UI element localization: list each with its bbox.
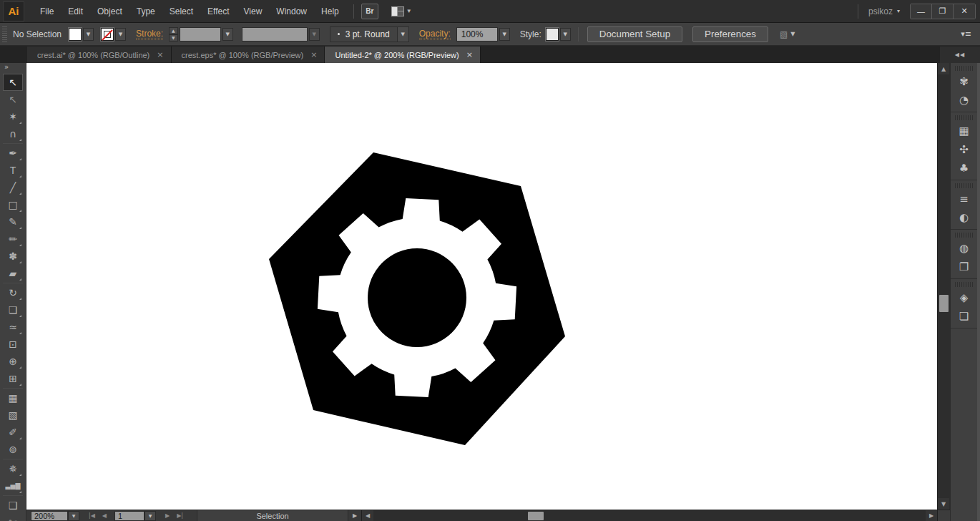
tool-rectangle[interactable]: □ <box>3 196 23 213</box>
menu-window[interactable]: Window <box>269 0 314 23</box>
tool-column-graph[interactable]: ▃▅▇ <box>3 477 23 495</box>
status-menu-icon[interactable]: ▶ <box>348 512 361 519</box>
layers-panel-icon[interactable]: ◈ <box>953 288 976 307</box>
vertical-scroll-thumb[interactable] <box>939 295 949 312</box>
chevron-down-icon[interactable]: ▼ <box>499 28 510 41</box>
select-similar-control[interactable]: ▧ ▼ <box>780 29 795 39</box>
restore-button[interactable]: ❐ <box>932 4 954 19</box>
workspace-switcher-button[interactable]: ▼ <box>391 6 412 16</box>
stepper-down-icon[interactable]: ▼ <box>169 34 178 42</box>
transparency-panel-icon[interactable]: ◍ <box>953 239 976 258</box>
fill-color-control[interactable]: ▼ <box>69 28 94 41</box>
color-panel-icon[interactable]: ✾ <box>953 72 976 91</box>
artboards-panel-icon[interactable]: ❐ <box>953 258 976 276</box>
previous-artboard-button[interactable]: ◀ <box>99 512 110 519</box>
artboard-dropdown-icon[interactable]: ▼ <box>144 511 156 521</box>
stroke-weight-stepper[interactable]: ▲ ▼ <box>169 27 178 42</box>
tool-width[interactable]: ≈ <box>3 318 23 336</box>
tab-untitled-2[interactable]: Untitled-2* @ 200% (RGB/Preview) × <box>325 47 480 63</box>
next-artboard-button[interactable]: ▶ <box>162 512 173 519</box>
close-icon[interactable]: × <box>310 50 317 59</box>
preferences-button[interactable]: Preferences <box>692 26 768 42</box>
swatches-panel-icon[interactable]: ▦ <box>953 122 976 140</box>
tool-scale[interactable]: ❏ <box>3 301 23 318</box>
tool-artboard[interactable]: ❑ <box>3 497 23 514</box>
opacity-combo[interactable]: 100% ▼ <box>454 27 510 42</box>
zoom-dropdown-icon[interactable]: ▼ <box>68 511 79 521</box>
close-icon[interactable]: × <box>466 50 473 59</box>
dock-grip[interactable] <box>955 282 974 287</box>
tool-free-transform[interactable]: ⊡ <box>3 336 23 353</box>
vertical-scrollbar[interactable]: ▲ ▼ <box>937 63 950 521</box>
menu-effect[interactable]: Effect <box>200 0 236 23</box>
scroll-down-icon[interactable]: ▼ <box>938 498 949 510</box>
tool-blend[interactable]: ⊚ <box>3 441 23 458</box>
user-account-menu[interactable]: psikoz ▾ <box>858 4 900 19</box>
horizontal-scrollbar[interactable]: ◀ ▶ <box>361 510 937 521</box>
stroke-panel-icon[interactable]: ≡ <box>953 190 976 208</box>
opacity-panel-link[interactable]: Opacity: <box>419 29 451 39</box>
tool-type[interactable]: T <box>3 162 23 179</box>
dock-grip[interactable] <box>955 183 974 188</box>
symbols-panel-icon[interactable]: ♣ <box>953 159 976 177</box>
opacity-value-field[interactable]: 100% <box>456 27 498 42</box>
tool-eraser[interactable]: ▰ <box>3 265 23 282</box>
menu-view[interactable]: View <box>237 0 270 23</box>
tool-lasso[interactable]: ∩ <box>3 125 23 142</box>
gradient-panel-icon[interactable]: ◐ <box>953 208 976 227</box>
tool-slice[interactable]: ✄ <box>3 514 23 521</box>
tool-perspective-grid[interactable]: ⊞ <box>3 370 23 387</box>
width-profile-combo[interactable]: ▼ <box>233 27 320 42</box>
menu-select[interactable]: Select <box>162 0 200 23</box>
dock-grip[interactable] <box>955 233 974 238</box>
chevron-down-icon[interactable]: ▼ <box>222 28 233 41</box>
menu-type[interactable]: Type <box>129 0 162 23</box>
horizontal-scroll-track[interactable] <box>373 510 926 521</box>
dock-grip[interactable] <box>955 115 974 120</box>
tool-pencil[interactable]: ✏ <box>3 230 23 248</box>
tool-eyedropper[interactable]: ✐ <box>3 424 23 441</box>
stepper-up-icon[interactable]: ▲ <box>169 27 178 34</box>
chevron-down-icon[interactable]: ▼ <box>397 27 408 42</box>
last-artboard-button[interactable]: ▶| <box>173 512 187 519</box>
zoom-level-field[interactable]: 200% <box>31 511 68 521</box>
tool-shape-builder[interactable]: ⊕ <box>3 353 23 370</box>
tool-pen[interactable]: ✒ <box>3 145 23 162</box>
chevron-down-icon[interactable]: ▼ <box>83 28 94 41</box>
chevron-down-icon[interactable]: ▼ <box>560 28 571 41</box>
stroke-color-control[interactable]: ▼ <box>101 28 126 41</box>
tool-symbol-sprayer[interactable]: ✵ <box>3 460 23 477</box>
artboard-canvas[interactable] <box>26 63 937 510</box>
scroll-left-icon[interactable]: ◀ <box>362 510 373 521</box>
artwork-hex-nut-gear[interactable] <box>26 63 937 510</box>
menu-object[interactable]: Object <box>90 0 129 23</box>
scroll-right-icon[interactable]: ▶ <box>926 510 937 521</box>
menu-file[interactable]: File <box>33 0 61 23</box>
tab-crest-ai[interactable]: crest.ai* @ 100% (RGB/Outline) × <box>27 47 172 63</box>
pathfinder-panel-icon[interactable]: ❏ <box>953 307 976 326</box>
style-control[interactable]: ▼ <box>546 28 571 41</box>
first-artboard-button[interactable]: |◀ <box>85 512 99 519</box>
chevron-down-icon[interactable]: ▼ <box>115 28 126 41</box>
control-panel-menu-icon[interactable]: ▾≡ <box>961 29 971 39</box>
close-button[interactable]: ✕ <box>954 4 975 19</box>
tool-blob-brush[interactable]: ✽ <box>3 248 23 265</box>
tool-line-segment[interactable]: ╱ <box>3 179 23 196</box>
scroll-up-icon[interactable]: ▲ <box>938 63 949 74</box>
minimize-button[interactable]: — <box>911 4 932 19</box>
vertical-scroll-track[interactable] <box>938 74 950 498</box>
close-icon[interactable]: × <box>157 50 163 59</box>
artboard-number-field[interactable]: 1 <box>114 511 144 521</box>
color-guide-panel-icon[interactable]: ◔ <box>953 91 976 109</box>
control-bar-grip[interactable] <box>2 26 7 42</box>
horizontal-scroll-thumb[interactable] <box>528 512 544 520</box>
chevron-down-icon[interactable]: ▼ <box>790 31 795 37</box>
tool-rotate[interactable]: ↻ <box>3 284 23 301</box>
stroke-panel-link[interactable]: Stroke: <box>136 29 163 39</box>
document-setup-button[interactable]: Document Setup <box>587 26 682 42</box>
tool-mesh[interactable]: ▦ <box>3 389 23 406</box>
tool-direct-selection[interactable]: ↖ <box>3 91 23 108</box>
tab-crest-eps[interactable]: crest.eps* @ 100% (RGB/Preview) × <box>172 47 325 63</box>
brushes-panel-icon[interactable]: ✣ <box>953 140 976 159</box>
menu-help[interactable]: Help <box>314 0 346 23</box>
